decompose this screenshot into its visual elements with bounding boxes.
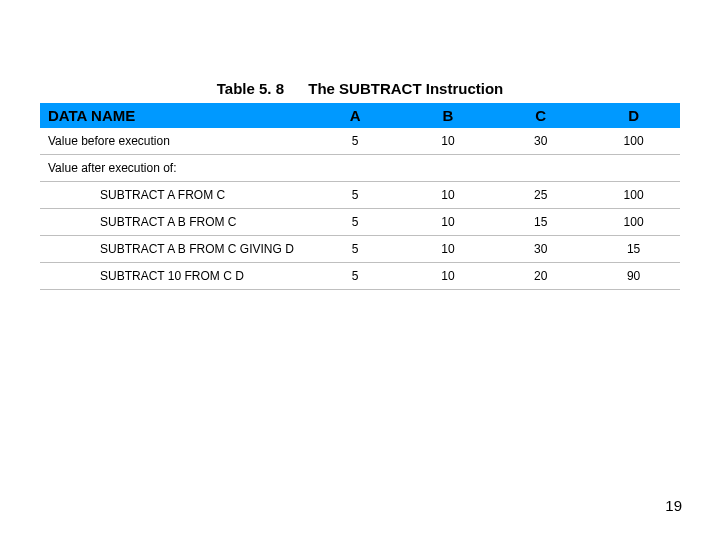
cell: 100 bbox=[587, 209, 680, 236]
table-row: Value before execution 5 10 30 100 bbox=[40, 128, 680, 155]
row-label: SUBTRACT A B FROM C GIVING D bbox=[40, 236, 309, 263]
col-dataname: DATA NAME bbox=[40, 103, 309, 128]
cell: 5 bbox=[309, 236, 402, 263]
row-label: Value before execution bbox=[40, 128, 309, 155]
row-label: SUBTRACT 10 FROM C D bbox=[40, 263, 309, 290]
table-title: The SUBTRACT Instruction bbox=[308, 80, 503, 97]
col-d: D bbox=[587, 103, 680, 128]
table-caption: Table 5. 8 The SUBTRACT Instruction bbox=[40, 80, 680, 97]
table-row: SUBTRACT A B FROM C 5 10 15 100 bbox=[40, 209, 680, 236]
page-number: 19 bbox=[665, 497, 682, 514]
cell: 5 bbox=[309, 209, 402, 236]
cell: 100 bbox=[587, 128, 680, 155]
cell: 10 bbox=[402, 236, 495, 263]
cell: 20 bbox=[494, 263, 587, 290]
section-label: Value after execution of: bbox=[40, 155, 680, 182]
cell: 15 bbox=[587, 236, 680, 263]
table-row: SUBTRACT A FROM C 5 10 25 100 bbox=[40, 182, 680, 209]
table-header-row: DATA NAME A B C D bbox=[40, 103, 680, 128]
slide: Table 5. 8 The SUBTRACT Instruction DATA… bbox=[0, 0, 720, 540]
cell: 90 bbox=[587, 263, 680, 290]
subtract-table: DATA NAME A B C D Value before execution… bbox=[40, 103, 680, 290]
cell: 10 bbox=[402, 128, 495, 155]
table-number: Table 5. 8 bbox=[217, 80, 284, 97]
cell: 30 bbox=[494, 236, 587, 263]
cell: 30 bbox=[494, 128, 587, 155]
cell: 5 bbox=[309, 182, 402, 209]
table-row: Value after execution of: bbox=[40, 155, 680, 182]
row-label: SUBTRACT A B FROM C bbox=[40, 209, 309, 236]
cell: 5 bbox=[309, 128, 402, 155]
col-c: C bbox=[494, 103, 587, 128]
col-a: A bbox=[309, 103, 402, 128]
table-row: SUBTRACT 10 FROM C D 5 10 20 90 bbox=[40, 263, 680, 290]
cell: 10 bbox=[402, 263, 495, 290]
cell: 25 bbox=[494, 182, 587, 209]
cell: 10 bbox=[402, 209, 495, 236]
row-label: SUBTRACT A FROM C bbox=[40, 182, 309, 209]
col-b: B bbox=[402, 103, 495, 128]
cell: 15 bbox=[494, 209, 587, 236]
cell: 10 bbox=[402, 182, 495, 209]
table-row: SUBTRACT A B FROM C GIVING D 5 10 30 15 bbox=[40, 236, 680, 263]
cell: 100 bbox=[587, 182, 680, 209]
cell: 5 bbox=[309, 263, 402, 290]
